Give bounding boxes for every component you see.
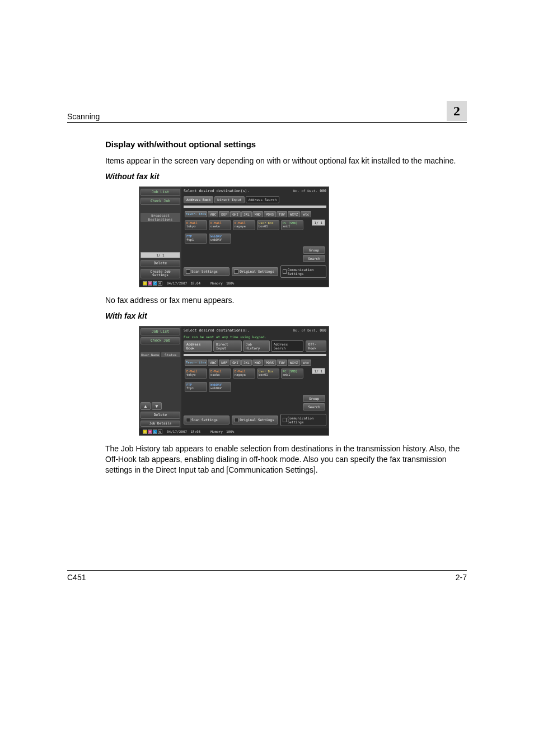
status-time: 18:03 [190, 430, 200, 433]
comm-settings-button[interactable]: Communication Settings [280, 414, 326, 426]
tab-job-history[interactable]: Job History [243, 340, 270, 352]
toner-indicator: K [158, 281, 162, 286]
group-button[interactable]: Group [303, 395, 325, 402]
toner-levels: YMCK [142, 281, 163, 286]
alpha-key[interactable]: MNO [252, 211, 263, 217]
memory-value: 100% [226, 281, 234, 285]
alpha-key[interactable]: MNO [252, 360, 263, 366]
dest-count-label: No. of Dest. [293, 328, 317, 332]
alpha-key[interactable]: PQRS [264, 211, 276, 217]
destination-tile[interactable]: FTPftp1 [185, 382, 207, 392]
prompt-select-dest: Select desired destination(s). [184, 189, 249, 193]
tile-page-counter: 1/ 1 [312, 368, 325, 374]
group-button[interactable]: Group [303, 246, 325, 254]
status-header: Status [161, 352, 181, 357]
alpha-key-row: Favor- itesABCDEFGHIJKLMNOPQRSTUVWXYZetc [181, 209, 329, 218]
destination-tile[interactable]: E-Mailosaka [209, 368, 231, 379]
scroll-up-button[interactable]: ▲ [140, 402, 151, 410]
comm-settings-button[interactable]: Communication Settings [280, 265, 326, 278]
search-button[interactable]: Search [303, 255, 325, 262]
scan-settings-icon [186, 269, 190, 274]
running-head: Scanning [67, 112, 100, 121]
tab-address-search[interactable]: Address Search [271, 340, 303, 352]
with-fax-paragraph: The Job History tab appears to enable se… [105, 444, 467, 475]
dest-tiles-row-2: FTPftp1WebDAVwebDAV [181, 232, 312, 245]
dest-count-value: 000 [320, 328, 326, 333]
alpha-key[interactable]: DEF [219, 360, 229, 366]
job-list-button[interactable]: Job List [140, 328, 180, 335]
toner-indicator: C [153, 430, 157, 434]
status-date: 04/17/2007 [167, 281, 187, 285]
alpha-key[interactable]: PQRS [264, 360, 276, 366]
dest-tiles-row-1: E-MailtokyoE-MailosakaE-MailnagoyaUser B… [181, 218, 312, 232]
original-settings-icon [234, 418, 238, 422]
destination-tile[interactable]: E-Mailtokyo [185, 368, 207, 379]
footer-model: C451 [67, 573, 86, 582]
destination-tile[interactable]: E-Mailnagoya [233, 220, 255, 230]
destination-tile[interactable]: WebDAVwebDAV [209, 234, 231, 244]
memory-value: 100% [226, 430, 234, 433]
destination-tile[interactable]: PC (SMB)smb1 [281, 220, 303, 230]
scan-settings-button[interactable]: Scan Settings [184, 267, 229, 276]
alpha-key[interactable]: Favor- ites [185, 211, 207, 217]
memory-label: Memory [210, 281, 223, 285]
alpha-key[interactable]: Favor- ites [185, 360, 207, 366]
tab-address-book[interactable]: Address Book [184, 196, 213, 203]
scan-settings-button[interactable]: Scan Settings [184, 416, 229, 424]
memory-label: Memory [210, 430, 223, 433]
tab-direct-input[interactable]: Direct Input [214, 196, 244, 203]
toner-indicator: K [158, 430, 162, 434]
alpha-key[interactable]: etc [301, 360, 311, 366]
dest-count-value: 000 [320, 189, 326, 193]
original-settings-button[interactable]: Original Settings [232, 267, 278, 276]
alpha-key[interactable]: JKL [241, 360, 252, 366]
tab-off-hook[interactable]: Off-Hook [306, 340, 326, 352]
alpha-key[interactable]: TUV [277, 360, 287, 366]
destination-tile[interactable]: WebDAVwebDAV [209, 382, 231, 392]
dest-tiles-row-2: FTPftp1WebDAVwebDAV [181, 380, 312, 394]
destination-tile[interactable]: User Boxbox01 [257, 220, 279, 230]
subhead-without-fax: Without fax kit [105, 172, 467, 181]
alpha-key[interactable]: etc [301, 211, 311, 217]
check-job-button[interactable]: Check Job [140, 337, 180, 344]
figure-with-fax: Job List Check Job User Name Status ▲ ▼ … [139, 326, 467, 436]
comm-settings-icon [283, 269, 287, 274]
original-settings-button[interactable]: Original Settings [232, 416, 278, 424]
tile-page-counter: 1/ 1 [312, 220, 325, 226]
status-date: 04/17/2007 [167, 430, 187, 433]
alpha-key[interactable]: GHI [230, 360, 241, 366]
dest-count-label: No. of Dest. [293, 189, 317, 193]
alpha-key[interactable]: GHI [230, 211, 241, 217]
tab-address-book[interactable]: Address Book [184, 340, 212, 352]
broadcast-dest-label: Broadcast Destinations [140, 213, 180, 222]
toner-indicator: M [148, 430, 152, 434]
destination-tile[interactable]: E-Mailtokyo [185, 220, 207, 230]
job-details-button[interactable]: Job Details [140, 421, 180, 427]
alpha-key[interactable]: ABC [208, 211, 218, 217]
footer-page: 2-7 [456, 573, 467, 582]
dest-tiles-row-1: E-MailtokyoE-MailosakaE-MailnagoyaUser B… [181, 367, 312, 380]
destination-tile[interactable]: User Boxbox01 [257, 368, 279, 379]
alpha-key[interactable]: DEF [219, 211, 229, 217]
tab-direct-input[interactable]: Direct Input [213, 340, 242, 352]
username-header: User Name [140, 352, 160, 357]
alpha-key[interactable]: WXYZ [288, 211, 300, 217]
destination-tile[interactable]: E-Mailosaka [209, 220, 231, 230]
search-button[interactable]: Search [303, 403, 325, 410]
job-list-button[interactable]: Job List [140, 189, 180, 196]
tab-address-search[interactable]: Address Search [246, 196, 280, 203]
intro-paragraph: Items appear in the screen vary dependin… [105, 156, 467, 166]
destination-tile[interactable]: FTPftp1 [185, 234, 207, 244]
alpha-key[interactable]: WXYZ [288, 360, 300, 366]
scroll-down-button[interactable]: ▼ [152, 402, 162, 410]
destination-tile[interactable]: E-Mailnagoya [233, 368, 255, 379]
delete-button[interactable]: Delete [140, 412, 180, 419]
alpha-key[interactable]: JKL [241, 211, 252, 217]
destination-tile[interactable]: PC (SMB)smb1 [281, 368, 303, 379]
side-page-counter: 1/ 1 [140, 252, 180, 258]
alpha-key[interactable]: TUV [277, 211, 287, 217]
check-job-button[interactable]: Check Job [140, 198, 180, 205]
alpha-key[interactable]: ABC [208, 360, 218, 366]
create-job-settings-button[interactable]: Create Job Settings [140, 269, 180, 278]
delete-button[interactable]: Delete [140, 260, 180, 267]
